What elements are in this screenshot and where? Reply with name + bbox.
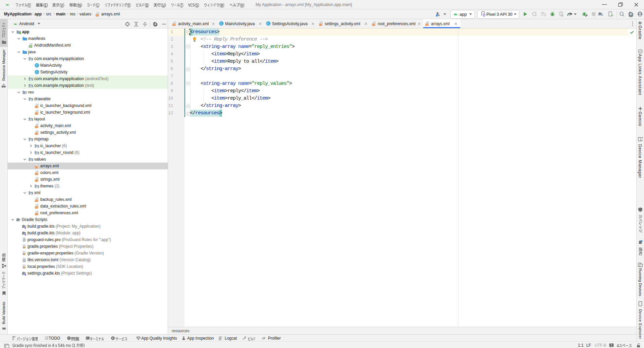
svg-text:C: C bbox=[220, 21, 223, 25]
svg-text:C: C bbox=[36, 70, 38, 74]
svg-text:C: C bbox=[267, 21, 270, 25]
svg-text:T: T bbox=[23, 260, 25, 262]
svg-text:A: A bbox=[535, 14, 537, 16]
svg-text:C: C bbox=[36, 63, 38, 67]
svg-text:MF: MF bbox=[29, 46, 32, 48]
